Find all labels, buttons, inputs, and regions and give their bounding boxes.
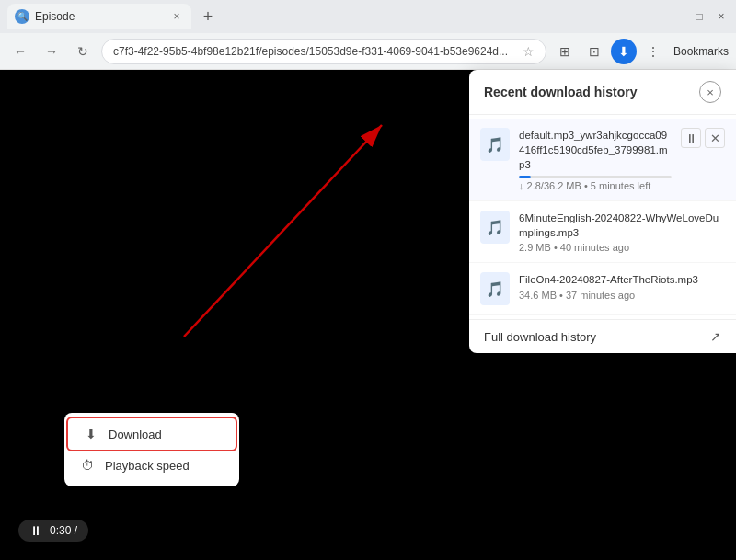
player-controls: ⏸ 0:30 / [18,520,88,542]
download-name: default.mp3_ywr3ahjkcgocca09416ff1c5190c… [519,128,672,172]
bookmark-star-icon[interactable]: ☆ [523,44,535,59]
toolbar-right: ⊞ ⊡ ⬇ ⋮ Bookmarks [552,39,729,64]
download-item[interactable]: 🎵 FileOn4-20240827-AfterTheRiots.mp3 34.… [469,263,736,315]
browser-chrome: 🔍 Episode × + — □ × ← → ↻ c7f3-4f22-95b5… [0,0,736,70]
progress-fill [519,176,531,178]
tab-close-button[interactable]: × [169,9,184,24]
back-button[interactable]: ← [7,39,33,64]
playback-speed-icon: ⏱ [79,457,96,474]
svg-line-1 [184,125,382,337]
download-info: FileOn4-20240827-AfterTheRiots.mp3 34.6 … [519,272,725,300]
open-external-icon: ↗ [710,329,721,344]
download-item[interactable]: 🎵 6MinuteEnglish-20240822-WhyWeLoveDumpl… [469,201,736,263]
tab-favicon: 🔍 [15,9,29,24]
download-name: 6MinuteEnglish-20240822-WhyWeLoveDumplin… [519,211,725,240]
reload-button[interactable]: ↻ [70,39,96,64]
panel-header: Recent download history × [469,70,736,115]
active-tab[interactable]: 🔍 Episode × [7,4,191,29]
download-button[interactable]: ⬇ [611,39,637,64]
download-meta: 2.9 MB • 40 minutes ago [519,242,725,253]
forward-button[interactable]: → [39,39,64,64]
download-meta: ↓ 2.8/36.2 MB • 5 minutes left [519,180,672,191]
window-controls: — □ × [670,9,729,24]
menu-button[interactable]: ⋮ [640,39,666,64]
pause-download-button[interactable]: ⏸ [681,128,701,148]
maximize-button[interactable]: □ [692,9,707,24]
arrow-indicator [156,97,405,364]
progress-bar [519,176,672,178]
address-bar: ← → ↻ c7f3-4f22-95b5-4bf98e12b21f/episod… [0,33,736,70]
download-info: default.mp3_ywr3ahjkcgocca09416ff1c5190c… [519,128,672,191]
new-tab-button[interactable]: + [195,4,221,29]
address-input[interactable]: c7f3-4f22-95b5-4bf98e12b21f/episodes/150… [101,39,546,64]
download-meta: 34.6 MB • 37 minutes ago [519,290,725,301]
current-time: 0:30 / [50,524,77,537]
playback-speed-label: Playback speed [105,459,190,473]
bookmarks-label: Bookmarks [673,45,729,58]
download-name: FileOn4-20240827-AfterTheRiots.mp3 [519,272,725,287]
file-icon: 🎵 [480,211,510,244]
context-menu-playback-speed[interactable]: ⏱ Playback speed [64,450,239,481]
extensions-button[interactable]: ⊞ [552,39,578,64]
download-panel: Recent download history × 🎵 default.mp3_… [469,70,736,353]
download-menu-icon: ⬇ [83,426,99,442]
url-text: c7f3-4f22-95b5-4bf98e12b21f/episodes/150… [113,45,517,58]
context-menu-download[interactable]: ⬇ Download [68,418,236,450]
full-history-link: Full download history [484,330,596,344]
close-button[interactable]: × [714,9,729,24]
download-info: 6MinuteEnglish-20240822-WhyWeLoveDumplin… [519,211,725,253]
file-icon: 🎵 [480,128,510,161]
minimize-button[interactable]: — [670,9,684,24]
tab-bar: 🔍 Episode × + — □ × [0,0,736,33]
download-list: 🎵 default.mp3_ywr3ahjkcgocca09416ff1c519… [469,115,736,319]
panel-footer[interactable]: Full download history ↗ [469,319,736,353]
panel-title: Recent download history [484,85,637,99]
download-item[interactable]: 🎵 default.mp3_ywr3ahjkcgocca09416ff1c519… [469,119,736,201]
panel-close-button[interactable]: × [699,81,721,103]
context-menu: ⬇ Download ⏱ Playback speed [64,413,239,486]
tab-label: Episode [35,10,75,23]
pause-button[interactable]: ⏸ [29,523,42,538]
download-menu-label: Download [109,428,162,441]
cancel-download-button[interactable]: ✕ [705,128,725,148]
download-actions: ⏸ ✕ [681,128,725,148]
cast-button[interactable]: ⊡ [581,39,607,64]
file-icon: 🎵 [480,272,510,305]
